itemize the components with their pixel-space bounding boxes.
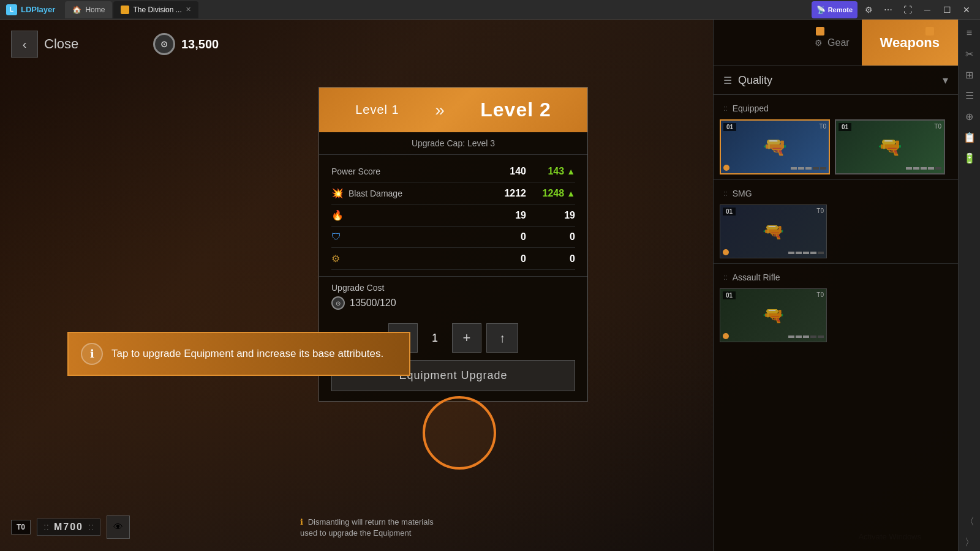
- quality-filter-bar: ☰ Quality ▾: [714, 66, 958, 95]
- currency-display: ⊙ 13,500: [153, 33, 219, 55]
- weapon-item-card: :: M700 ::: [37, 519, 100, 536]
- stat-row-shield: 🛡 0 0: [331, 227, 575, 248]
- equipped-weapon-card-2[interactable]: 01 T0 🔫: [835, 119, 945, 174]
- tab-division[interactable]: The Division ... ✕: [113, 1, 198, 18]
- taskbar-logo: L LDPlayer: [0, 4, 61, 15]
- tab-home[interactable]: 🏠 Home: [65, 1, 112, 18]
- quantity-value: 1: [423, 332, 447, 345]
- weapon-name-label: M700: [54, 522, 83, 533]
- gear-tab-icon: ⚙: [815, 38, 823, 48]
- pip2-1: [906, 167, 912, 170]
- equipment-upgrade-label: Equipment Upgrade: [399, 369, 507, 381]
- sidebar-icon-7[interactable]: 🔋: [961, 149, 978, 167]
- taskbar: L LDPlayer 🏠 Home The Division ... ✕ 📡 R…: [0, 0, 980, 20]
- taskbar-dots-icon[interactable]: ⋯: [880, 1, 897, 18]
- taskbar-expand-icon[interactable]: ⛶: [899, 1, 916, 18]
- sidebar-icon-5[interactable]: ⊕: [961, 108, 978, 125]
- weapons-tab-label: Weapons: [880, 35, 940, 51]
- stat-current-shield: 0: [477, 231, 526, 242]
- smg-weapon-card[interactable]: 01 T0 🔫: [720, 204, 827, 258]
- dismantle-info: ℹ Dismantling will return the materials …: [300, 517, 435, 539]
- sidebar-icon-bottom-1[interactable]: 〈: [961, 513, 978, 530]
- quality-filter-icon: ☰: [723, 75, 732, 86]
- gear-tab[interactable]: ⚙ Gear: [802, 20, 862, 66]
- equipped-cards-row: 01 T0 🔫 01 T0 🔫: [714, 119, 958, 174]
- stat-new-val-blast-damage: 1248: [543, 188, 565, 199]
- smg-section: :: SMG 01 T0 🔫: [714, 180, 958, 264]
- pip-4: [813, 167, 819, 170]
- upgrade-confirm-button[interactable]: ↑: [486, 323, 518, 353]
- smg-pip-3: [803, 252, 809, 254]
- quantity-increase-button[interactable]: +: [452, 323, 481, 353]
- assault-orange-pip: [723, 333, 729, 339]
- taskbar-settings-icon[interactable]: ⚙: [860, 1, 877, 18]
- weapon-dots-left-icon: ::: [43, 522, 49, 533]
- taskbar-tabs: 🏠 Home The Division ... ✕: [61, 1, 811, 18]
- sidebar-icon-3[interactable]: ⊞: [961, 66, 978, 83]
- eye-button[interactable]: 👁: [107, 515, 130, 539]
- system-sidebar: ≡ ✂ ⊞ ☰ ⊕ 📋 🔋 〈 〉: [958, 20, 980, 551]
- stat-new-gear: 0: [526, 253, 575, 264]
- sidebar-icon-2[interactable]: ✂: [961, 45, 978, 62]
- stat-new-blast-damage: 1248 ▲: [526, 188, 575, 199]
- upgrade-cap: Upgrade Cap: Level 3: [319, 132, 587, 155]
- pip-2: [798, 167, 804, 170]
- smg-card-tier: 01: [723, 208, 736, 216]
- upgrade-cost-text: 13500/120: [350, 298, 396, 309]
- logo-text: LDPlayer: [21, 5, 55, 14]
- blast-damage-icon: 💥: [331, 187, 344, 199]
- cost-icon: ⊙: [331, 296, 345, 310]
- assault-pip-1: [788, 335, 794, 338]
- equipped-dots-icon: ::: [723, 104, 728, 113]
- stat-current-gear: 0: [477, 253, 526, 264]
- sidebar-icon-4[interactable]: ☰: [961, 87, 978, 104]
- weapon-item-bar: T0 :: M700 :: 👁: [11, 515, 130, 539]
- info-icon: ℹ: [300, 517, 303, 527]
- upgrade-arrows-icon: »: [435, 100, 445, 120]
- fire-icon: 🔥: [331, 209, 344, 221]
- smg-dots-icon: ::: [723, 189, 728, 198]
- equipped-header: :: Equipped: [714, 100, 958, 119]
- weapons-tab[interactable]: Weapons: [862, 20, 958, 66]
- stat-text-power-score: Power Score: [331, 167, 380, 176]
- quality-label: Quality: [738, 74, 937, 87]
- assault-header: :: Assault Rifle: [714, 269, 958, 288]
- pip2-4: [928, 167, 934, 170]
- tab-division-label: The Division ...: [133, 6, 181, 14]
- tooltip-box: ℹ Tap to upgrade Equipment and increase …: [67, 332, 410, 376]
- smg-pip-2: [796, 252, 802, 254]
- tooltip-text: Tap to upgrade Equipment and increase it…: [111, 347, 383, 361]
- sidebar-icon-1[interactable]: ≡: [961, 24, 978, 42]
- taskbar-restore-icon[interactable]: ☐: [938, 1, 956, 18]
- remote-button[interactable]: 📡 Remote: [812, 1, 858, 18]
- stats-section: Power Score 140 143 ▲ 💥 Blast Damage 121…: [319, 155, 587, 276]
- card-orange-pip-1: [723, 165, 729, 171]
- tab-close-icon[interactable]: ✕: [186, 6, 191, 13]
- sidebar-icon-bottom-2[interactable]: 〉: [961, 534, 978, 551]
- sidebar-icon-6[interactable]: 📋: [961, 129, 978, 146]
- stat-new-fire: 19: [526, 210, 575, 221]
- right-panel: ⚙ Gear Weapons ☰ Quality ▾ :: Equipped 0…: [713, 20, 958, 551]
- taskbar-close-icon[interactable]: ✕: [958, 1, 975, 18]
- smg-title: SMG: [733, 189, 752, 198]
- assault-gun-icon: 🔫: [763, 305, 784, 326]
- stat-label-gear: ⚙: [331, 253, 477, 264]
- taskbar-minimize-icon[interactable]: ─: [919, 1, 936, 18]
- equipped-weapon-card-1[interactable]: 01 T0 🔫: [720, 119, 830, 174]
- close-button[interactable]: ‹ Close: [11, 31, 78, 58]
- tab-division-icon: [121, 6, 129, 14]
- smg-orange-pip: [723, 249, 729, 255]
- level-to-label: Level 2: [480, 99, 551, 121]
- card-tier-2: 01: [839, 123, 851, 131]
- up-arrow-power-score: ▲: [567, 167, 575, 176]
- assault-weapon-card[interactable]: 01 T0 🔫: [720, 288, 827, 342]
- stat-new-power-score: 143 ▲: [526, 166, 575, 177]
- pip-1: [791, 167, 797, 170]
- quality-dropdown-icon[interactable]: ▾: [943, 73, 948, 87]
- weapon-gun-icon-2: 🔫: [878, 135, 902, 159]
- gear-tab-label: Gear: [827, 37, 850, 48]
- weapon-dots-right-icon: ::: [88, 522, 94, 533]
- assault-pip-4: [810, 335, 816, 338]
- stat-row-fire: 🔥 19 19: [331, 204, 575, 227]
- gear-stat-icon: ⚙: [331, 253, 340, 264]
